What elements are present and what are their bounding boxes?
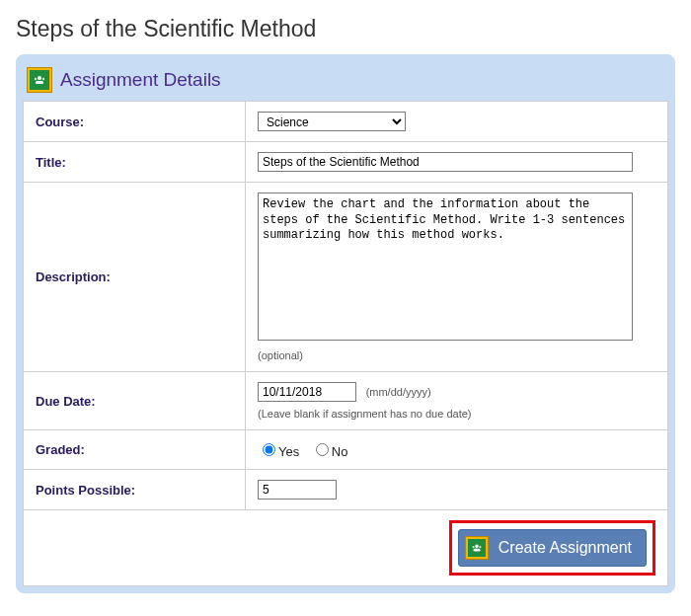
panel-title: Assignment Details	[60, 69, 221, 91]
graded-no-option[interactable]: No	[311, 444, 348, 459]
google-classroom-icon	[27, 67, 52, 93]
svg-point-4	[475, 545, 478, 548]
graded-no-radio[interactable]	[316, 443, 329, 456]
graded-radiogroup: Yes No	[258, 444, 355, 459]
assignment-panel: Assignment Details Course: Science Title…	[16, 54, 675, 593]
graded-no-label: No	[332, 444, 348, 459]
assignment-form: Course: Science Title: Description: (opt…	[23, 101, 668, 586]
course-label: Course:	[24, 102, 246, 142]
due-date-blank-hint: (Leave blank if assignment has no due da…	[258, 408, 655, 420]
svg-rect-1	[36, 81, 43, 84]
svg-rect-5	[473, 549, 480, 552]
graded-yes-radio[interactable]	[263, 443, 275, 456]
points-input[interactable]	[258, 480, 337, 500]
due-date-label: Due Date:	[24, 372, 246, 430]
due-date-format-hint: (mm/dd/yyyy)	[366, 386, 431, 398]
title-label: Title:	[24, 142, 246, 183]
google-classroom-icon	[465, 536, 489, 560]
graded-yes-option[interactable]: Yes	[258, 444, 299, 459]
description-textarea[interactable]	[258, 192, 633, 341]
create-button-label: Create Assignment	[499, 539, 632, 557]
description-hint: (optional)	[258, 349, 655, 361]
svg-point-0	[38, 76, 41, 80]
svg-point-2	[35, 78, 37, 80]
svg-point-6	[472, 546, 474, 548]
description-label: Description:	[24, 183, 246, 372]
page-heading: Steps of the Scientific Method	[16, 16, 675, 42]
svg-point-3	[42, 78, 44, 80]
panel-header: Assignment Details	[23, 61, 668, 101]
create-button-highlight: Create Assignment	[449, 520, 655, 576]
due-date-input[interactable]	[258, 382, 356, 402]
points-label: Points Possible:	[24, 470, 246, 510]
graded-label: Graded:	[24, 430, 246, 470]
title-input[interactable]	[258, 152, 633, 172]
course-select[interactable]: Science	[258, 112, 406, 131]
svg-point-7	[479, 546, 481, 548]
graded-yes-label: Yes	[278, 444, 299, 459]
create-assignment-button[interactable]: Create Assignment	[458, 529, 647, 567]
